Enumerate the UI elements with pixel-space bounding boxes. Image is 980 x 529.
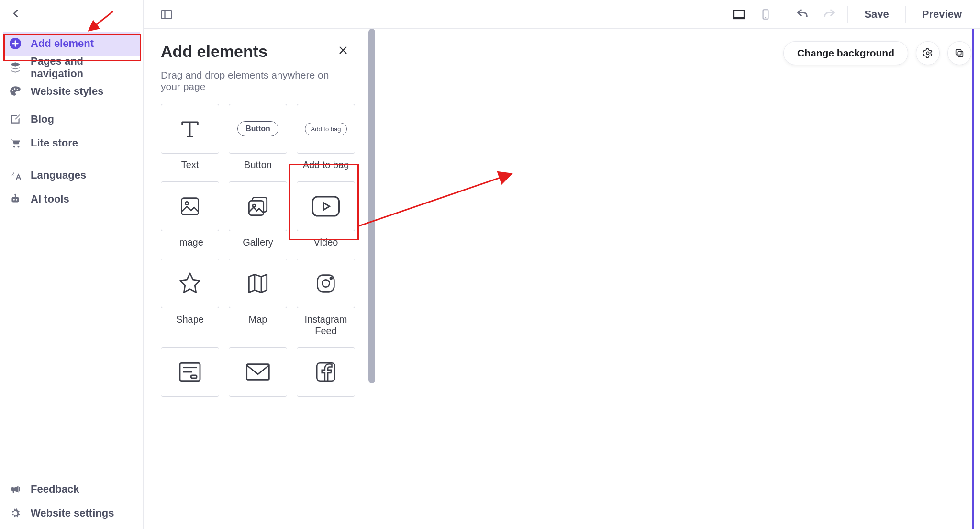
video-icon [312,195,340,218]
svg-point-8 [16,199,17,200]
megaphone-icon [9,483,22,495]
button-pill-icon: Button [237,121,278,136]
back-button[interactable] [0,0,143,27]
svg-rect-35 [956,50,961,55]
star-icon [177,270,203,297]
canvas-floating-controls: Change background [783,41,971,65]
svg-rect-18 [182,198,199,214]
element-label: Button [244,159,272,171]
sidebar-item-settings[interactable]: Website settings [3,501,140,525]
element-tile-map[interactable] [229,259,287,308]
svg-rect-21 [249,201,263,215]
topbar-separator [905,6,906,23]
device-mobile-button[interactable] [757,6,774,23]
svg-rect-30 [191,375,197,378]
element-tile-subscribe[interactable] [229,347,287,397]
element-label: Image [177,237,203,248]
sidebar-item-label: Pages and navigation [31,55,134,80]
svg-point-26 [330,277,332,279]
sidebar-item-add-element[interactable]: Add element [3,32,140,56]
sidebar-item-ai-tools[interactable]: AI tools [3,187,140,211]
sidebar-item-lite-store[interactable]: Lite store [3,131,140,155]
image-icon [178,194,202,219]
svg-rect-10 [162,10,172,18]
element-tile-add-to-bag[interactable]: Add to bag [297,104,355,154]
pages-icon [9,61,22,74]
element-label: Map [249,314,267,326]
sidebar-item-label: Website settings [31,507,114,519]
element-label: Add to bag [303,159,349,171]
element-label: Shape [176,314,204,326]
svg-point-7 [13,199,15,200]
gear-icon [923,48,933,58]
svg-point-2 [14,88,15,90]
device-desktop-button[interactable] [730,6,747,23]
plus-circle-icon [9,37,22,50]
sidebar-item-blog[interactable]: Blog [3,107,140,131]
svg-rect-23 [313,197,339,216]
duplicate-section-button[interactable] [947,41,971,65]
sidebar-item-label: Add element [31,37,94,50]
gear-icon [9,507,22,519]
sidebar-bottom: Feedback Website settings [0,477,143,529]
element-label: Instagram Feed [297,314,355,337]
svg-point-25 [322,280,329,287]
svg-rect-34 [958,51,963,56]
svg-rect-12 [734,10,745,17]
redo-button[interactable] [821,6,838,23]
element-tile-facebook[interactable] [297,347,355,397]
copy-icon [954,48,965,58]
facebook-icon [314,360,338,384]
pencil-square-icon [9,113,22,125]
svg-point-1 [12,90,13,91]
change-background-button[interactable]: Change background [783,41,908,65]
add-to-bag-pill-icon: Add to bag [305,123,347,135]
sidebar-item-languages[interactable]: Languages [3,163,140,187]
panel-subtitle: Drag and drop elements anywhere on your … [161,69,351,92]
element-tile-video[interactable] [297,181,355,231]
element-label: Text [181,159,199,171]
topbar: Save Preview [144,0,980,29]
element-tile-form[interactable] [161,347,219,397]
sections-panel-button[interactable] [158,6,175,23]
sidebar: Add element Pages and navigation Website… [0,0,144,529]
sidebar-item-styles[interactable]: Website styles [3,79,140,103]
element-tile-text[interactable] [161,104,219,154]
element-tile-image[interactable] [161,181,219,231]
cart-icon [9,137,22,149]
topbar-separator [185,6,185,23]
envelope-icon [245,361,271,383]
save-button[interactable]: Save [858,5,895,23]
map-icon [245,270,271,297]
instagram-icon [313,271,338,296]
preview-button[interactable]: Preview [915,5,969,23]
element-tile-shape[interactable] [161,259,219,308]
element-label: Video [314,237,338,248]
robot-icon [9,193,22,205]
canvas-selection-edge [972,29,980,529]
svg-rect-31 [247,364,269,380]
sidebar-item-feedback[interactable]: Feedback [3,477,140,501]
gallery-icon [245,193,271,220]
text-icon [177,115,203,142]
element-tile-gallery[interactable] [229,181,287,231]
svg-point-5 [18,146,20,148]
sidebar-item-label: Blog [31,113,54,125]
svg-rect-6 [11,197,19,203]
sidebar-item-label: Languages [31,169,86,181]
element-tile-instagram-feed[interactable] [297,259,355,308]
sidebar-item-label: Website styles [31,85,103,98]
sidebar-item-pages[interactable]: Pages and navigation [3,56,140,79]
undo-button[interactable] [794,6,811,23]
sidebar-nav: Add element Pages and navigation Website… [0,27,143,211]
elements-grid: Text Button Button Add to bag Add to bag [161,104,351,403]
section-settings-button[interactable] [916,41,940,65]
editor-canvas[interactable] [377,29,980,529]
element-tile-button[interactable]: Button [229,104,287,154]
svg-point-19 [185,202,189,205]
panel-scrollbar[interactable] [368,29,375,383]
element-label: Gallery [243,237,273,248]
close-panel-button[interactable] [335,42,351,58]
translate-icon [9,169,22,181]
sidebar-separator [5,159,138,159]
